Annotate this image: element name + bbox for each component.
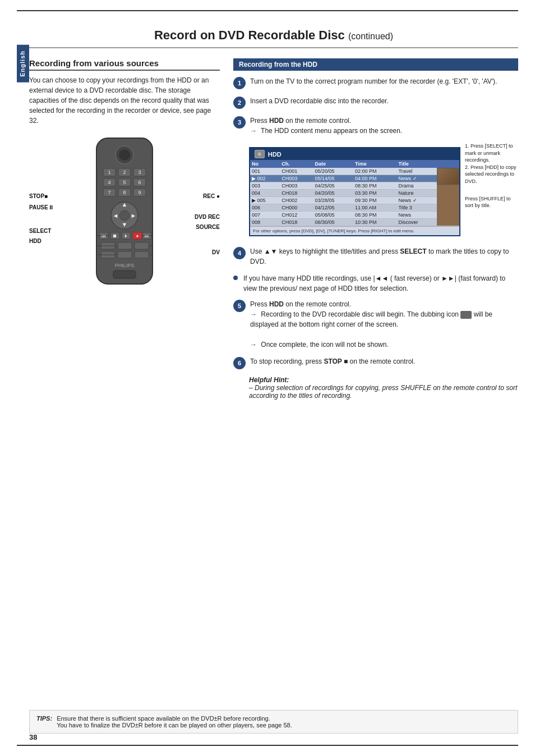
page-top-border: [17, 10, 518, 11]
left-section-heading: Recording from various sources: [29, 58, 220, 71]
cell-time: 09:30 PM: [353, 197, 397, 204]
step-1: 1 Turn on the TV to the correct program …: [233, 76, 518, 89]
hdd-title: HDD: [268, 151, 282, 158]
svg-text:6: 6: [138, 180, 141, 185]
dubbing-icon: [460, 311, 472, 319]
dvd-rec-label: DVD REC: [195, 214, 220, 220]
step-2-content: Insert a DVD recordable disc into the re…: [250, 96, 518, 106]
col-thumb: [437, 160, 459, 168]
cell-ch: CH012: [280, 212, 313, 219]
svg-text:⏭: ⏭: [145, 233, 149, 239]
step-6-content: To stop recording, press STOP ■ on the r…: [250, 356, 518, 366]
col-time: Time: [353, 160, 397, 168]
step-5-content: Press HDD on the remote control. → Recor…: [250, 299, 518, 350]
hdd-side-text: 1. Press [SELECT] to mark or unmark reco…: [465, 143, 518, 241]
svg-rect-42: [135, 251, 149, 258]
svg-rect-44: [113, 271, 136, 278]
cell-no: 007: [250, 212, 280, 219]
svg-text:PHILIPS: PHILIPS: [115, 263, 135, 268]
hdd-screen-area: ≡ HDD No Ch. Date Time: [249, 143, 518, 241]
svg-text:5: 5: [123, 180, 126, 185]
svg-text:◄: ◄: [113, 212, 119, 219]
step-4-content: Use ▲▼ keys to highlight the title/title…: [250, 246, 518, 267]
step-3: 3 Press HDD on the remote control. → The…: [233, 116, 518, 136]
svg-text:▼: ▼: [122, 221, 128, 228]
select-label: SELECT: [29, 228, 51, 234]
cell-no: ▶ 005: [250, 197, 280, 204]
col-title: Title: [397, 160, 437, 168]
hdd-label: HDD: [29, 238, 41, 244]
cell-title: Drama: [397, 182, 437, 190]
tips-section: TIPS: Ensure that there is sufficient sp…: [29, 710, 518, 734]
step-6-num: 6: [233, 357, 246, 369]
cell-title: Nature: [397, 190, 437, 197]
step-2-num: 2: [233, 97, 246, 109]
table-row: ▶ 005 CH002 03/28/05 09:30 PM News ✓: [250, 197, 459, 204]
svg-text:7: 7: [108, 190, 110, 195]
page-number: 38: [29, 733, 37, 741]
svg-text:9: 9: [138, 190, 141, 195]
svg-text:3: 3: [138, 169, 141, 175]
cell-date: 04/20/05: [313, 190, 353, 197]
table-row: 003 CH003 04/25/05 08:30 PM Drama: [250, 182, 459, 190]
page-bottom-border: [17, 745, 518, 746]
cell-ch: CH003: [280, 175, 313, 182]
tips-line-1: Ensure that there is sufficient space av…: [57, 715, 292, 722]
cell-date: 04/25/05: [313, 182, 353, 190]
svg-text:⏮: ⏮: [102, 233, 106, 239]
step-1-num: 1: [233, 77, 246, 89]
cell-time: 10:30 PM: [353, 219, 397, 226]
cell-no: 008: [250, 219, 280, 226]
right-column: Recording from the HDD 1 Turn on the TV …: [233, 58, 518, 400]
cell-ch: CH003: [280, 182, 313, 190]
table-row-selected: ▶ 002 CH003 05/14/05 04:00 PM News ✓: [250, 175, 459, 182]
hdd-disk-icon: ≡: [255, 150, 265, 158]
cell-no: 006: [250, 204, 280, 212]
bullet-step: If you have many HDD title recordings, u…: [233, 273, 518, 294]
cell-no: 003: [250, 182, 280, 190]
cell-time: 03:30 PM: [353, 190, 397, 197]
hdd-screen: ≡ HDD No Ch. Date Time: [249, 147, 460, 236]
col-date: Date: [313, 160, 353, 168]
svg-text:2: 2: [123, 169, 126, 175]
cell-time: 11:00 AM: [353, 204, 397, 212]
cell-title: Travel: [397, 168, 437, 175]
left-body-text: You can choose to copy your recordings f…: [29, 75, 220, 126]
tips-content: Ensure that there is sufficient space av…: [57, 715, 292, 728]
col-no: No: [250, 160, 280, 168]
svg-text:●: ●: [136, 233, 139, 239]
hdd-side-text-1: 1. Press [SELECT] to mark or unmark reco…: [465, 143, 518, 164]
table-row: 004 CH018 04/20/05 03:30 PM Nature: [250, 190, 459, 197]
stop-label: STOP■: [29, 193, 48, 199]
hdd-side-text-2: 2. Press [HDD] to copy selected recordin…: [465, 164, 518, 185]
pause-label: PAUSE⏸: [29, 204, 54, 210]
helpful-hint: Helpful Hint: – During selection of reco…: [249, 376, 518, 400]
hdd-screen-left: ≡ HDD No Ch. Date Time: [249, 143, 460, 241]
hdd-section-heading: Recording from the HDD: [233, 58, 518, 71]
svg-text:►: ►: [131, 212, 137, 219]
tips-line-2: You have to finalize the DVD±R before it…: [57, 722, 292, 728]
cell-title: News ✓: [397, 175, 437, 182]
svg-text:▲: ▲: [122, 201, 128, 208]
remote-svg-container: 1 2 3 4 5 6 7 8: [29, 132, 220, 290]
cell-title: Discover: [397, 219, 437, 226]
cell-ch: CH002: [280, 197, 313, 204]
step-3-num: 3: [233, 116, 246, 129]
rec-label: REC ●: [203, 193, 220, 199]
language-tab: English: [17, 45, 29, 83]
cell-time: 02:00 PM: [353, 168, 397, 175]
cell-ch: CH018: [280, 219, 313, 226]
page-title: Record on DVD Recordable Disc (continued…: [29, 17, 518, 48]
main-content: Record on DVD Recordable Disc (continued…: [29, 17, 518, 400]
cell-title: News: [397, 212, 437, 219]
cell-time: 04:00 PM: [353, 175, 397, 182]
step-3-content: Press HDD on the remote control. → The H…: [250, 116, 518, 136]
helpful-hint-title: Helpful Hint:: [249, 376, 289, 384]
svg-rect-38: [118, 242, 132, 249]
cell-date: 06/30/05: [313, 219, 353, 226]
hdd-table-body: 001 CH001 05/20/05 02:00 PM Travel: [250, 168, 459, 226]
svg-text:⏹: ⏹: [113, 233, 117, 239]
svg-point-26: [119, 210, 130, 221]
hdd-screen-wrapper: ≡ HDD No Ch. Date Time: [249, 143, 518, 241]
hdd-footer: For other options, press [DVD], [DV], [T…: [250, 226, 459, 235]
